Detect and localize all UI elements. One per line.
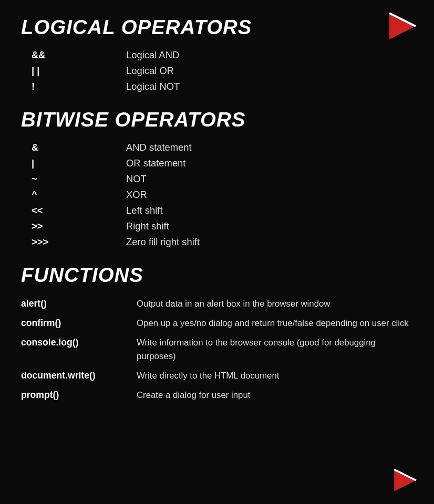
operator-description: XOR [126,189,147,201]
table-row: << Left shift [32,205,413,216]
table-row: & AND statement [32,142,413,153]
logical-operators-table: && Logical AND | | Logical OR ! Logical … [32,49,413,92]
functions-section: FUNCTIONS alert() Output data in an aler… [21,264,413,402]
table-row: alert() Output data in an alert box in t… [21,297,413,310]
logical-operators-section: LOGICAL OPERATORS && Logical AND | | Log… [21,16,413,92]
table-row: prompt() Create a dialog for user input [21,388,413,402]
operator-description: Logical NOT [126,81,180,92]
operator-description: AND statement [126,142,192,153]
operator-description: OR statement [126,158,185,169]
table-row: | | Logical OR [32,65,413,77]
function-description: Open up a yes/no dialog and return true/… [137,317,413,330]
bitwise-operators-title: BITWISE OPERATORS [21,108,413,131]
bitwise-operators-table: & AND statement | OR statement ~ NOT ^ X… [32,142,413,248]
top-logo [387,10,418,42]
functions-table: alert() Output data in an alert box in t… [21,297,413,402]
function-description: Write directly to the HTML document [137,369,413,382]
bottom-logo [392,467,418,494]
function-name: prompt() [21,388,137,401]
table-row: >> Right shift [32,220,413,232]
operator-symbol: | | [32,65,126,77]
operator-description: Zero fill right shift [126,236,200,248]
table-row: && Logical AND [32,49,413,61]
operator-symbol: && [32,49,126,61]
logical-operators-title: LOGICAL OPERATORS [21,16,413,39]
operator-symbol: & [32,142,126,153]
operator-symbol: ^ [32,189,126,201]
table-row: document.write() Write directly to the H… [21,369,413,382]
function-name: console.log() [21,336,137,348]
table-row: ~ NOT [32,173,413,185]
operator-description: Left shift [126,205,163,216]
table-row: >>> Zero fill right shift [32,236,413,248]
function-description: Output data in an alert box in the brows… [137,297,413,310]
function-description: Write information to the browser console… [137,336,413,362]
operator-symbol: << [32,205,126,216]
function-name: confirm() [21,317,137,329]
table-row: | OR statement [32,158,413,169]
bitwise-operators-section: BITWISE OPERATORS & AND statement | OR s… [21,108,413,248]
table-row: console.log() Write information to the b… [21,336,413,362]
play-icon-bottom [394,469,416,491]
operator-symbol: ! [32,81,126,92]
operator-symbol: ~ [32,173,126,185]
table-row: ^ XOR [32,189,413,201]
operator-description: Right shift [126,220,169,232]
operator-symbol: >>> [32,236,126,248]
table-row: confirm() Open up a yes/no dialog and re… [21,317,413,330]
operator-symbol: >> [32,220,126,232]
function-description: Create a dialog for user input [137,388,413,402]
operator-description: Logical AND [126,49,179,61]
operator-symbol: | [32,158,126,169]
functions-title: FUNCTIONS [21,264,413,287]
play-icon [389,13,416,39]
table-row: ! Logical NOT [32,81,413,92]
operator-description: NOT [126,173,147,185]
function-name: alert() [21,297,137,309]
operator-description: Logical OR [126,65,174,77]
function-name: document.write() [21,369,137,381]
